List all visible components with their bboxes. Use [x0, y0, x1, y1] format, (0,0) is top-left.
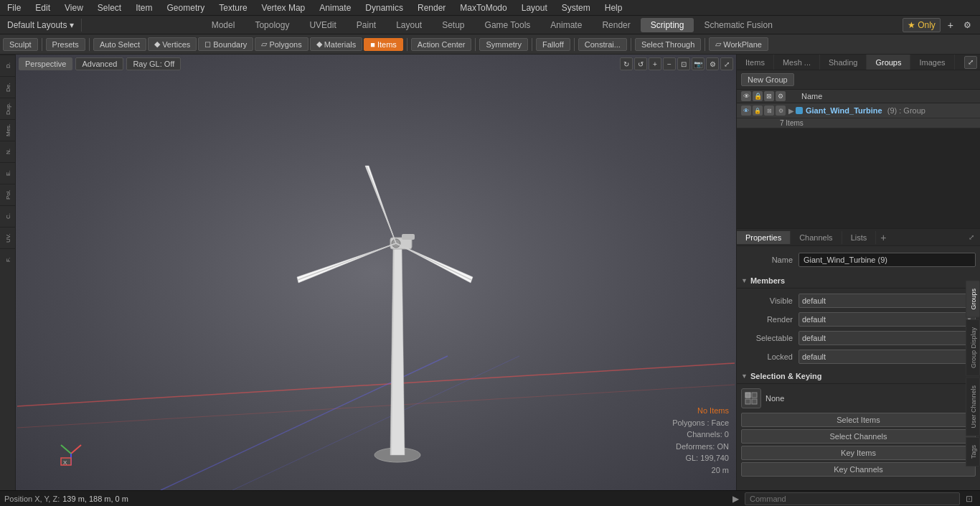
rtab-groups[interactable]: Groups: [867, 55, 910, 70]
tab-layout[interactable]: Layout: [386, 18, 432, 32]
rtab-shading[interactable]: Shading: [820, 55, 867, 70]
menu-file[interactable]: File: [0, 1, 28, 14]
menu-system[interactable]: System: [555, 1, 598, 14]
name-input[interactable]: [798, 253, 976, 267]
sculpt-button[interactable]: Sculpt: [3, 38, 38, 51]
side-tab-group-display[interactable]: Group Display: [966, 319, 980, 376]
add-layout-button[interactable]: +: [943, 19, 958, 31]
left-tab-2[interactable]: De.: [0, 76, 16, 98]
rotate-icon[interactable]: ↻: [620, 57, 633, 70]
presets-button[interactable]: Presets: [46, 38, 85, 51]
selection-icon[interactable]: [741, 388, 761, 408]
left-tab-dup[interactable]: Dup.: [0, 98, 16, 119]
menu-select[interactable]: Select: [90, 1, 128, 14]
ptab-channels[interactable]: Channels: [791, 231, 842, 244]
tab-animate[interactable]: Animate: [540, 18, 592, 32]
menu-maxtomodo[interactable]: MaxToModo: [453, 1, 514, 14]
zoom-out-icon[interactable]: −: [663, 57, 676, 70]
tab-paint[interactable]: Paint: [347, 18, 386, 32]
constrain-button[interactable]: Constrai...: [578, 38, 627, 51]
menu-item[interactable]: Item: [128, 1, 159, 14]
left-tab-c[interactable]: C.: [0, 205, 16, 227]
menu-help[interactable]: Help: [598, 1, 630, 14]
members-section-header[interactable]: ▼ Members: [737, 273, 980, 289]
gear-header-icon[interactable]: ⚙: [776, 91, 786, 101]
zoom-in-icon[interactable]: +: [649, 57, 661, 70]
materials-button[interactable]: ◆ Materials: [310, 37, 363, 51]
left-tab-pol[interactable]: Pol.: [0, 184, 16, 205]
group-expand-arrow[interactable]: ▶: [788, 107, 794, 115]
menu-view[interactable]: View: [57, 1, 90, 14]
rtab-images[interactable]: Images: [910, 55, 954, 70]
tab-uvedit[interactable]: UVEdit: [299, 18, 346, 32]
left-tab-mes[interactable]: Mes.: [0, 119, 16, 141]
tab-topology[interactable]: Topology: [245, 18, 299, 32]
boundary-button[interactable]: ◻ Boundary: [198, 37, 253, 51]
tab-setup[interactable]: Setup: [432, 18, 474, 32]
ptab-properties[interactable]: Properties: [737, 231, 791, 244]
star-only-button[interactable]: ★ Only: [903, 18, 941, 32]
expand-viewport-icon[interactable]: ⤢: [720, 57, 733, 70]
command-arrow-icon[interactable]: ▶: [730, 494, 742, 504]
ray-gl-button[interactable]: Ray GL: Off: [126, 57, 181, 70]
key-items-button[interactable]: Key Items: [741, 446, 976, 460]
menu-geometry[interactable]: Geometry: [160, 1, 212, 14]
left-tab-f[interactable]: F.: [0, 248, 16, 270]
advanced-button[interactable]: Advanced: [75, 57, 123, 70]
ptab-add-button[interactable]: +: [876, 230, 890, 245]
panel-expand-icon[interactable]: ⤢: [964, 56, 977, 69]
group-gear-icon[interactable]: ⚙: [776, 106, 786, 116]
locked-dropdown[interactable]: default ▼: [798, 350, 976, 364]
box-header-icon[interactable]: ⊠: [764, 91, 774, 101]
camera-icon[interactable]: 📷: [692, 57, 705, 70]
perspective-button[interactable]: Perspective: [19, 57, 72, 70]
menu-edit[interactable]: Edit: [28, 1, 57, 14]
layout-settings-button[interactable]: ⚙: [961, 19, 974, 32]
menu-texture[interactable]: Texture: [212, 1, 254, 14]
tab-render[interactable]: Render: [592, 18, 640, 32]
viewport[interactable]: Perspective Advanced Ray GL: Off ↻ ↺ + −…: [16, 55, 736, 490]
sel-keying-section-header[interactable]: ▼ Selection & Keying: [737, 369, 980, 384]
key-channels-button[interactable]: Key Channels: [741, 462, 976, 477]
menu-render[interactable]: Render: [410, 1, 453, 14]
ptab-popout-icon[interactable]: ⤢: [966, 232, 977, 243]
vertices-button[interactable]: ◆ Vertices: [148, 37, 197, 51]
action-center-button[interactable]: Action Center: [411, 38, 472, 51]
lock-header-icon[interactable]: 🔒: [753, 91, 763, 101]
side-tab-groups[interactable]: Groups: [966, 281, 980, 318]
menu-dynamics[interactable]: Dynamics: [358, 1, 410, 14]
command-input[interactable]: [745, 492, 960, 505]
side-tab-user-channels[interactable]: User Channels: [966, 378, 980, 436]
command-submit-icon[interactable]: ⊡: [963, 494, 976, 504]
selectable-dropdown[interactable]: default ▼: [798, 331, 976, 345]
tab-scripting[interactable]: Scripting: [641, 18, 694, 32]
menu-layout[interactable]: Layout: [514, 1, 555, 14]
workplane-button[interactable]: ▱ WorkPlane: [709, 37, 768, 51]
tab-model[interactable]: Model: [202, 18, 245, 32]
visible-dropdown[interactable]: default ▼: [798, 294, 976, 308]
falloff-button[interactable]: Falloff: [536, 38, 570, 51]
rtab-items[interactable]: Items: [737, 55, 774, 70]
auto-select-button[interactable]: Auto Select: [93, 38, 146, 51]
menu-animate[interactable]: Animate: [312, 1, 358, 14]
left-tab-e[interactable]: E.: [0, 162, 16, 184]
fit-icon[interactable]: ⊡: [677, 57, 690, 70]
polygons-button[interactable]: ▱ Polygons: [255, 37, 308, 51]
group-box-icon[interactable]: ⊠: [764, 106, 774, 116]
tab-schematic-fusion[interactable]: Schematic Fusion: [694, 18, 782, 32]
ptab-lists[interactable]: Lists: [842, 231, 877, 244]
left-tab-uv[interactable]: UV.: [0, 227, 16, 248]
eye-header-icon[interactable]: 👁: [741, 91, 751, 101]
side-tab-tags[interactable]: Tags: [966, 437, 980, 467]
tab-game-tools[interactable]: Game Tools: [475, 18, 541, 32]
select-items-button[interactable]: Select Items: [741, 413, 976, 427]
items-button[interactable]: ■ Items: [364, 38, 403, 51]
left-tab-n[interactable]: N.: [0, 141, 16, 162]
new-group-button[interactable]: New Group: [741, 73, 794, 86]
menu-vertex-map[interactable]: Vertex Map: [255, 1, 313, 14]
left-tab-1[interactable]: D.: [0, 55, 16, 76]
group-eye-icon[interactable]: 👁: [741, 106, 751, 116]
render-dropdown[interactable]: default ▼: [798, 312, 976, 327]
refresh-icon[interactable]: ↺: [634, 57, 647, 70]
group-lock-icon[interactable]: 🔒: [753, 106, 763, 116]
